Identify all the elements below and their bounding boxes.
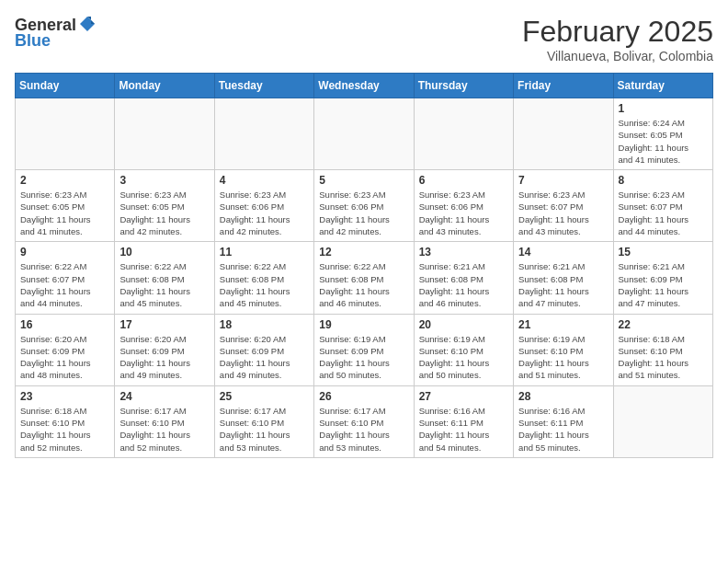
calendar-week-row: 16Sunrise: 6:20 AM Sunset: 6:09 PM Dayli… xyxy=(16,314,713,385)
day-info: Sunrise: 6:21 AM Sunset: 6:09 PM Dayligh… xyxy=(619,260,708,309)
day-number: 6 xyxy=(419,174,508,187)
logo-icon xyxy=(78,15,97,33)
day-info: Sunrise: 6:22 AM Sunset: 6:08 PM Dayligh… xyxy=(220,260,309,309)
calendar-cell: 1Sunrise: 6:24 AM Sunset: 6:05 PM Daylig… xyxy=(613,98,712,170)
day-number: 5 xyxy=(319,174,408,187)
calendar-cell xyxy=(214,98,313,170)
calendar-cell: 21Sunrise: 6:19 AM Sunset: 6:10 PM Dayli… xyxy=(514,314,613,385)
weekday-header-thursday: Thursday xyxy=(414,74,513,98)
day-info: Sunrise: 6:20 AM Sunset: 6:09 PM Dayligh… xyxy=(119,333,209,382)
calendar-week-row: 9Sunrise: 6:22 AM Sunset: 6:07 PM Daylig… xyxy=(16,242,713,314)
calendar-cell: 13Sunrise: 6:21 AM Sunset: 6:08 PM Dayli… xyxy=(414,242,513,314)
calendar-cell: 5Sunrise: 6:23 AM Sunset: 6:06 PM Daylig… xyxy=(314,170,414,242)
day-info: Sunrise: 6:21 AM Sunset: 6:08 PM Dayligh… xyxy=(518,260,608,309)
day-number: 7 xyxy=(518,174,608,187)
day-info: Sunrise: 6:17 AM Sunset: 6:10 PM Dayligh… xyxy=(319,405,408,454)
logo: General Blue xyxy=(15,15,97,51)
month-year: February 2025 xyxy=(522,15,713,49)
calendar-cell: 12Sunrise: 6:22 AM Sunset: 6:08 PM Dayli… xyxy=(314,242,414,314)
logo-blue-text: Blue xyxy=(15,31,51,51)
day-number: 15 xyxy=(619,246,708,259)
day-info: Sunrise: 6:21 AM Sunset: 6:08 PM Dayligh… xyxy=(419,260,508,309)
weekday-header-row: SundayMondayTuesdayWednesdayThursdayFrid… xyxy=(16,74,713,98)
calendar-cell: 11Sunrise: 6:22 AM Sunset: 6:08 PM Dayli… xyxy=(214,242,313,314)
day-info: Sunrise: 6:19 AM Sunset: 6:09 PM Dayligh… xyxy=(319,333,408,382)
calendar-cell: 23Sunrise: 6:18 AM Sunset: 6:10 PM Dayli… xyxy=(16,385,115,457)
weekday-header-sunday: Sunday xyxy=(16,74,115,98)
calendar-cell: 25Sunrise: 6:17 AM Sunset: 6:10 PM Dayli… xyxy=(214,385,313,457)
day-number: 26 xyxy=(319,390,408,403)
calendar-cell: 4Sunrise: 6:23 AM Sunset: 6:06 PM Daylig… xyxy=(214,170,313,242)
weekday-header-wednesday: Wednesday xyxy=(314,74,414,98)
calendar-table: SundayMondayTuesdayWednesdayThursdayFrid… xyxy=(15,73,713,458)
day-number: 9 xyxy=(20,246,109,259)
day-info: Sunrise: 6:23 AM Sunset: 6:05 PM Dayligh… xyxy=(119,189,209,237)
day-info: Sunrise: 6:19 AM Sunset: 6:10 PM Dayligh… xyxy=(518,333,608,382)
day-info: Sunrise: 6:23 AM Sunset: 6:07 PM Dayligh… xyxy=(619,189,708,237)
day-info: Sunrise: 6:22 AM Sunset: 6:08 PM Dayligh… xyxy=(119,260,209,309)
day-info: Sunrise: 6:23 AM Sunset: 6:06 PM Dayligh… xyxy=(220,189,309,237)
calendar-cell: 7Sunrise: 6:23 AM Sunset: 6:07 PM Daylig… xyxy=(514,170,613,242)
calendar-cell: 6Sunrise: 6:23 AM Sunset: 6:06 PM Daylig… xyxy=(414,170,513,242)
day-number: 24 xyxy=(119,390,209,403)
day-number: 23 xyxy=(20,390,109,403)
calendar-cell: 18Sunrise: 6:20 AM Sunset: 6:09 PM Dayli… xyxy=(214,314,313,385)
weekday-header-friday: Friday xyxy=(514,74,613,98)
calendar-cell xyxy=(115,98,214,170)
calendar-cell: 20Sunrise: 6:19 AM Sunset: 6:10 PM Dayli… xyxy=(414,314,513,385)
calendar-cell: 8Sunrise: 6:23 AM Sunset: 6:07 PM Daylig… xyxy=(613,170,712,242)
day-info: Sunrise: 6:23 AM Sunset: 6:07 PM Dayligh… xyxy=(518,189,608,237)
weekday-header-tuesday: Tuesday xyxy=(214,74,313,98)
calendar-cell: 14Sunrise: 6:21 AM Sunset: 6:08 PM Dayli… xyxy=(514,242,613,314)
calendar-cell xyxy=(514,98,613,170)
calendar-cell: 2Sunrise: 6:23 AM Sunset: 6:05 PM Daylig… xyxy=(16,170,115,242)
calendar-cell: 24Sunrise: 6:17 AM Sunset: 6:10 PM Dayli… xyxy=(115,385,214,457)
day-number: 27 xyxy=(419,390,508,403)
calendar-week-row: 1Sunrise: 6:24 AM Sunset: 6:05 PM Daylig… xyxy=(16,98,713,170)
calendar-cell xyxy=(414,98,513,170)
calendar-cell: 27Sunrise: 6:16 AM Sunset: 6:11 PM Dayli… xyxy=(414,385,513,457)
calendar-cell: 16Sunrise: 6:20 AM Sunset: 6:09 PM Dayli… xyxy=(16,314,115,385)
day-number: 8 xyxy=(619,174,708,187)
day-info: Sunrise: 6:23 AM Sunset: 6:06 PM Dayligh… xyxy=(319,189,408,237)
day-number: 19 xyxy=(319,318,408,331)
day-number: 1 xyxy=(619,102,708,115)
day-number: 25 xyxy=(220,390,309,403)
calendar-cell: 26Sunrise: 6:17 AM Sunset: 6:10 PM Dayli… xyxy=(314,385,414,457)
day-number: 11 xyxy=(220,246,309,259)
day-info: Sunrise: 6:23 AM Sunset: 6:05 PM Dayligh… xyxy=(20,189,109,237)
calendar-cell: 3Sunrise: 6:23 AM Sunset: 6:05 PM Daylig… xyxy=(115,170,214,242)
calendar-cell: 17Sunrise: 6:20 AM Sunset: 6:09 PM Dayli… xyxy=(115,314,214,385)
day-info: Sunrise: 6:17 AM Sunset: 6:10 PM Dayligh… xyxy=(119,405,209,454)
day-number: 28 xyxy=(518,390,608,403)
day-info: Sunrise: 6:20 AM Sunset: 6:09 PM Dayligh… xyxy=(220,333,309,382)
day-number: 14 xyxy=(518,246,608,259)
calendar-week-row: 2Sunrise: 6:23 AM Sunset: 6:05 PM Daylig… xyxy=(16,170,713,242)
day-number: 16 xyxy=(20,318,109,331)
day-info: Sunrise: 6:22 AM Sunset: 6:07 PM Dayligh… xyxy=(20,260,109,309)
day-info: Sunrise: 6:18 AM Sunset: 6:10 PM Dayligh… xyxy=(619,333,708,382)
day-info: Sunrise: 6:18 AM Sunset: 6:10 PM Dayligh… xyxy=(20,405,109,454)
calendar-cell xyxy=(16,98,115,170)
day-number: 20 xyxy=(419,318,508,331)
calendar-cell: 28Sunrise: 6:16 AM Sunset: 6:11 PM Dayli… xyxy=(514,385,613,457)
calendar-cell: 22Sunrise: 6:18 AM Sunset: 6:10 PM Dayli… xyxy=(613,314,712,385)
day-info: Sunrise: 6:24 AM Sunset: 6:05 PM Dayligh… xyxy=(619,117,708,166)
day-info: Sunrise: 6:23 AM Sunset: 6:06 PM Dayligh… xyxy=(419,189,508,237)
day-info: Sunrise: 6:20 AM Sunset: 6:09 PM Dayligh… xyxy=(20,333,109,382)
calendar-cell: 15Sunrise: 6:21 AM Sunset: 6:09 PM Dayli… xyxy=(613,242,712,314)
day-number: 21 xyxy=(518,318,608,331)
weekday-header-monday: Monday xyxy=(115,74,214,98)
calendar-cell xyxy=(613,385,712,457)
calendar-cell: 10Sunrise: 6:22 AM Sunset: 6:08 PM Dayli… xyxy=(115,242,214,314)
weekday-header-saturday: Saturday xyxy=(613,74,712,98)
day-number: 18 xyxy=(220,318,309,331)
day-number: 13 xyxy=(419,246,508,259)
day-number: 12 xyxy=(319,246,408,259)
day-number: 22 xyxy=(619,318,708,331)
day-info: Sunrise: 6:22 AM Sunset: 6:08 PM Dayligh… xyxy=(319,260,408,309)
day-number: 4 xyxy=(220,174,309,187)
page-header: General Blue February 2025 Villanueva, B… xyxy=(15,15,713,63)
day-info: Sunrise: 6:16 AM Sunset: 6:11 PM Dayligh… xyxy=(518,405,608,454)
day-info: Sunrise: 6:17 AM Sunset: 6:10 PM Dayligh… xyxy=(220,405,309,454)
